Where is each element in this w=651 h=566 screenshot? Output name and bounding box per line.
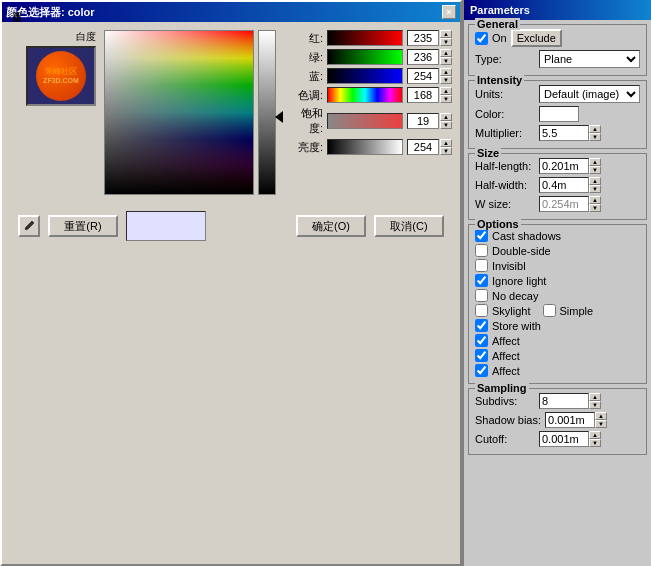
store-with-label: Store with [492, 320, 541, 332]
w-size-row: W size: ▲ ▼ [475, 196, 640, 212]
hue-value[interactable]: 168 [407, 87, 439, 103]
green-slider-row: 绿: 236 ▲ ▼ [288, 49, 452, 65]
sat-value[interactable]: 19 [407, 113, 439, 129]
logo-circle: 朱峰社区 ZF3D.COM [36, 51, 86, 101]
skylight-checkbox[interactable] [475, 304, 488, 317]
on-checkbox[interactable] [475, 32, 488, 45]
close-button[interactable]: × [442, 5, 456, 19]
exclude-button[interactable]: Exclude [511, 29, 562, 47]
no-decay-checkbox[interactable] [475, 289, 488, 302]
ignore-light-checkbox[interactable] [475, 274, 488, 287]
cutoff-arrows: ▲ ▼ [589, 431, 601, 447]
red-slider-row: 红: 235 ▲ ▼ [288, 30, 452, 46]
subdivs-down[interactable]: ▼ [589, 401, 601, 409]
half-length-arrows: ▲ ▼ [589, 158, 601, 174]
w-size-down[interactable]: ▼ [589, 204, 601, 212]
half-width-up[interactable]: ▲ [589, 177, 601, 185]
multiplier-input[interactable] [539, 125, 589, 141]
shadow-bias-down[interactable]: ▼ [595, 420, 607, 428]
bri-track[interactable] [327, 139, 403, 155]
blue-up[interactable]: ▲ [440, 68, 452, 76]
w-size-input[interactable] [539, 196, 589, 212]
half-length-input-row: ▲ ▼ [539, 158, 601, 174]
cast-shadows-checkbox[interactable] [475, 229, 488, 242]
color-spectrum[interactable] [104, 30, 254, 195]
title-bar: 颜色选择器: color × [2, 2, 460, 22]
red-label: 红: [288, 31, 323, 46]
green-up[interactable]: ▲ [440, 49, 452, 57]
affect2-label: Affect [492, 350, 520, 362]
half-width-input[interactable] [539, 177, 589, 193]
color-preview-area: 重置(R) 确定(O) 取消(C) [10, 211, 452, 241]
sat-up[interactable]: ▲ [440, 113, 452, 121]
params-title: Parameters [464, 0, 651, 20]
type-label: Type: [475, 53, 535, 65]
title-bar-buttons: × [442, 5, 456, 19]
white-label: 白度 [76, 30, 96, 44]
blue-track[interactable] [327, 68, 403, 84]
affect1-row: Affect [475, 334, 640, 347]
shadow-bias-input-row: ▲ ▼ [545, 412, 607, 428]
sliders-section: 红: 235 ▲ ▼ 绿: 236 ▲ ▼ [284, 30, 452, 195]
bri-up[interactable]: ▲ [440, 139, 452, 147]
affect3-checkbox[interactable] [475, 364, 488, 377]
affect1-checkbox[interactable] [475, 334, 488, 347]
blue-down[interactable]: ▼ [440, 76, 452, 84]
color-swatch[interactable] [539, 106, 579, 122]
bri-value[interactable]: 254 [407, 139, 439, 155]
options-label: Options [475, 218, 521, 230]
brightness-bar[interactable] [258, 30, 276, 195]
affect2-checkbox[interactable] [475, 349, 488, 362]
eyedropper-button[interactable] [18, 215, 40, 237]
type-select[interactable]: Plane Sphere Cylinder [539, 50, 640, 68]
simple-checkbox[interactable] [543, 304, 556, 317]
half-length-down[interactable]: ▼ [589, 166, 601, 174]
units-row: Units: Default (image) [475, 85, 640, 103]
red-value[interactable]: 235 [407, 30, 439, 46]
shadow-bias-input[interactable] [545, 412, 595, 428]
units-select[interactable]: Default (image) [539, 85, 640, 103]
invisible-checkbox[interactable] [475, 259, 488, 272]
blue-value[interactable]: 254 [407, 68, 439, 84]
cutoff-up[interactable]: ▲ [589, 431, 601, 439]
multiplier-down[interactable]: ▼ [589, 133, 601, 141]
half-length-up[interactable]: ▲ [589, 158, 601, 166]
cutoff-input[interactable] [539, 431, 589, 447]
sat-track[interactable] [327, 113, 403, 129]
confirm-button[interactable]: 确定(O) [296, 215, 366, 237]
cancel-button[interactable]: 取消(C) [374, 215, 444, 237]
double-side-checkbox[interactable] [475, 244, 488, 257]
size-section: Size Half-length: ▲ ▼ Half-width: ▲ ▼ [468, 153, 647, 220]
store-with-checkbox[interactable] [475, 319, 488, 332]
hue-track[interactable] [327, 87, 403, 103]
w-size-arrows: ▲ ▼ [589, 196, 601, 212]
subdivs-row: Subdivs: ▲ ▼ [475, 393, 640, 409]
half-width-down[interactable]: ▼ [589, 185, 601, 193]
green-value[interactable]: 236 [407, 49, 439, 65]
reset-label: 重置(R) [64, 219, 101, 234]
shadow-bias-up[interactable]: ▲ [595, 412, 607, 420]
green-track[interactable] [327, 49, 403, 65]
cast-shadows-row: Cast shadows [475, 229, 640, 242]
multiplier-up[interactable]: ▲ [589, 125, 601, 133]
half-length-input[interactable] [539, 158, 589, 174]
red-down[interactable]: ▼ [440, 38, 452, 46]
red-up[interactable]: ▲ [440, 30, 452, 38]
hue-up[interactable]: ▲ [440, 87, 452, 95]
options-section: Options Cast shadows Double-side Invisib… [468, 224, 647, 384]
green-down[interactable]: ▼ [440, 57, 452, 65]
on-exclude-row: On Exclude [475, 29, 640, 47]
sat-slider-row: 饱和度: 19 ▲ ▼ [288, 106, 452, 136]
bri-slider-row: 亮度: 254 ▲ ▼ [288, 139, 452, 155]
sat-down[interactable]: ▼ [440, 121, 452, 129]
affect1-label: Affect [492, 335, 520, 347]
hue-down[interactable]: ▼ [440, 95, 452, 103]
w-size-up[interactable]: ▲ [589, 196, 601, 204]
cutoff-down[interactable]: ▼ [589, 439, 601, 447]
subdivs-up[interactable]: ▲ [589, 393, 601, 401]
subdivs-input[interactable] [539, 393, 589, 409]
red-track[interactable] [327, 30, 403, 46]
hue-value-box: 168 ▲ ▼ [407, 87, 452, 103]
bri-down[interactable]: ▼ [440, 147, 452, 155]
reset-button[interactable]: 重置(R) [48, 215, 118, 237]
